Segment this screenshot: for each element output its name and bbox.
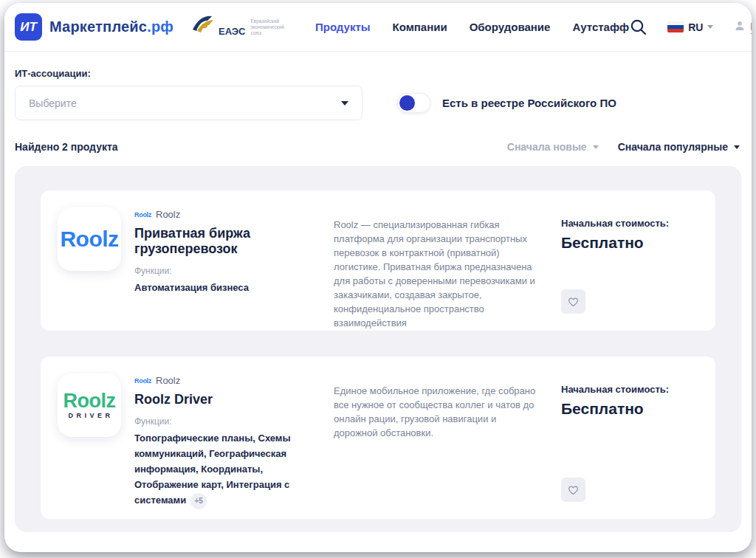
search-icon[interactable] — [629, 18, 648, 37]
nav-outstaff[interactable]: Аутстафф — [572, 21, 629, 33]
associations-label: ИТ-ассоциации: — [15, 68, 741, 79]
company-name[interactable]: Roolz — [156, 209, 180, 220]
roolz-logo: Roolz — [58, 207, 121, 271]
product-description: Roolz — специализированная гибкая платфо… — [334, 207, 537, 314]
sort-newest[interactable]: Сначала новые — [507, 141, 599, 153]
main-nav: Продукты Компании Оборудование Аутстафф — [315, 21, 629, 33]
functions-value: Топографические планы, Схемы коммуникаци… — [134, 430, 319, 509]
roolz-logo-word: Roolz — [60, 227, 118, 252]
product-description: Единое мобильное приложение, где собрано… — [334, 373, 537, 502]
select-placeholder: Выберите — [29, 97, 77, 109]
user-icon — [734, 20, 746, 35]
price-label: Начальная стоимость: — [561, 384, 698, 395]
login-label: Войти — [750, 21, 752, 34]
logo-badge: ИТ — [15, 13, 42, 41]
functions-value: Автоматизация бизнеса — [134, 280, 319, 295]
results-bar: Найдено 2 продукта Сначала новые Сначала… — [4, 120, 752, 160]
product-card-roolz[interactable]: Roolz Roolz Roolz Приватная биржа грузоп… — [41, 190, 715, 331]
found-count: Найдено 2 продукта — [15, 141, 118, 153]
header: ИТ Маркетплейс.рф ЕАЭС Евразийский эконо… — [4, 3, 752, 52]
brand-part1: Маркетплейс — [49, 18, 147, 35]
sort-popular-chevron-icon — [734, 145, 740, 149]
roolz-driver-logo-word: Roolz — [63, 391, 116, 410]
price-label: Начальная стоимость: — [561, 218, 698, 229]
login-link[interactable]: Войти — [734, 20, 752, 35]
functions-more-badge[interactable]: +5 — [190, 493, 207, 509]
registry-toggle[interactable] — [397, 93, 430, 113]
nav-companies[interactable]: Компании — [393, 21, 447, 33]
roolz-mini-logo-icon: Roolz — [134, 377, 151, 385]
nav-equipment[interactable]: Оборудование — [470, 21, 551, 33]
eaec-acronym: ЕАЭС — [219, 26, 245, 37]
associations-select[interactable]: Выберите — [15, 86, 362, 120]
price-column: Начальная стоимость: Бесплатно — [551, 373, 698, 502]
company-name[interactable]: Roolz — [156, 375, 180, 386]
product-info: Roolz Roolz Приватная биржа грузоперевоз… — [134, 207, 320, 314]
sort-newest-label: Сначала новые — [507, 141, 587, 153]
select-chevron-down-icon — [341, 101, 348, 106]
product-title[interactable]: Roolz Driver — [134, 392, 320, 407]
nav-products[interactable]: Продукты — [315, 21, 371, 33]
chevron-down-icon — [707, 25, 713, 29]
russia-flag-icon — [667, 21, 684, 32]
product-list: Roolz Roolz Roolz Приватная биржа грузоп… — [15, 166, 741, 532]
registry-toggle-wrap[interactable]: Есть в реестре Российского ПО — [397, 93, 616, 113]
product-card-roolz-driver[interactable]: Roolz DRIVER Roolz Roolz Roolz Driver Фу… — [41, 356, 715, 519]
site-logo[interactable]: ИТ Маркетплейс.рф — [15, 13, 173, 41]
roolz-mini-logo-icon: Roolz — [134, 211, 151, 218]
eaec-swoosh-icon — [190, 13, 219, 41]
roolz-driver-logo-sub: DRIVER — [68, 412, 113, 419]
filters-section: ИТ-ассоциации: Выберите Есть в реестре Р… — [4, 52, 752, 120]
header-right: RU Войти Оставить заказ — [629, 6, 752, 49]
favorite-button[interactable] — [561, 289, 585, 314]
functions-label: Функции: — [134, 416, 320, 427]
price-value: Бесплатно — [561, 234, 698, 252]
brand-part2: .рф — [147, 18, 173, 35]
page: ИТ Маркетплейс.рф ЕАЭС Евразийский эконо… — [4, 3, 752, 552]
product-title[interactable]: Приватная биржа грузоперевозок — [134, 226, 320, 257]
toggle-knob — [399, 95, 415, 111]
brand-title: Маркетплейс.рф — [49, 18, 173, 35]
sort-newest-chevron-icon — [593, 145, 599, 149]
registry-toggle-label: Есть в реестре Российского ПО — [442, 97, 616, 109]
eaec-subtitle: Евразийский экономический союз — [250, 18, 284, 36]
functions-label: Функции: — [134, 266, 320, 276]
favorite-button[interactable] — [561, 478, 585, 502]
eaec-logo: ЕАЭС Евразийский экономический союз — [190, 13, 284, 41]
price-value: Бесплатно — [561, 400, 698, 418]
product-info: Roolz Roolz Roolz Driver Функции: Топогр… — [134, 373, 320, 502]
roolz-driver-logo: Roolz DRIVER — [58, 373, 121, 437]
sort-popular[interactable]: Сначала популярные — [618, 141, 740, 153]
language-code: RU — [688, 21, 703, 33]
sort-popular-label: Сначала популярные — [618, 141, 728, 153]
language-switcher[interactable]: RU — [667, 21, 713, 33]
price-column: Начальная стоимость: Бесплатно — [551, 207, 698, 314]
